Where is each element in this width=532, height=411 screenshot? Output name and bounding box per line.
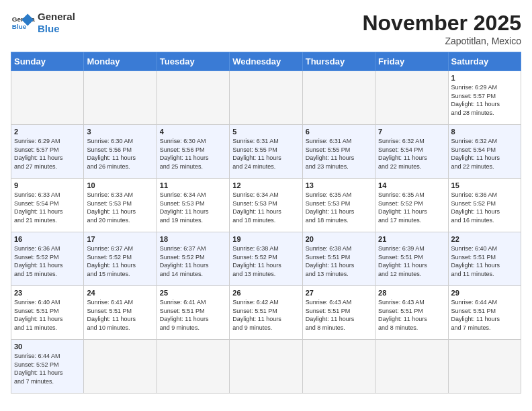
day-info: Sunrise: 6:35 AM Sunset: 5:52 PM Dayligh… (378, 191, 445, 224)
day-number: 3 (87, 128, 153, 136)
day-cell: 7Sunrise: 6:32 AM Sunset: 5:54 PM Daylig… (375, 125, 448, 179)
calendar-body: 1Sunrise: 6:29 AM Sunset: 5:57 PM Daylig… (11, 71, 521, 394)
day-number: 5 (232, 128, 299, 136)
day-number: 13 (306, 181, 372, 189)
day-cell: 28Sunrise: 6:43 AM Sunset: 5:51 PM Dayli… (375, 286, 448, 340)
day-info: Sunrise: 6:31 AM Sunset: 5:55 PM Dayligh… (232, 137, 299, 171)
day-cell (84, 71, 157, 125)
day-info: Sunrise: 6:42 AM Sunset: 5:51 PM Dayligh… (232, 298, 299, 332)
calendar-table: SundayMondayTuesdayWednesdayThursdayFrid… (11, 52, 521, 394)
day-info: Sunrise: 6:44 AM Sunset: 5:51 PM Dayligh… (451, 298, 518, 332)
logo-blue-text: Blue (38, 23, 75, 35)
day-number: 20 (306, 235, 372, 243)
page-header: General Blue General Blue November 2025 … (11, 11, 521, 46)
day-info: Sunrise: 6:33 AM Sunset: 5:54 PM Dayligh… (14, 191, 81, 224)
day-info: Sunrise: 6:37 AM Sunset: 5:52 PM Dayligh… (160, 244, 226, 278)
calendar-header: SundayMondayTuesdayWednesdayThursdayFrid… (11, 52, 521, 71)
day-info: Sunrise: 6:34 AM Sunset: 5:53 PM Dayligh… (160, 191, 226, 224)
day-number: 10 (87, 181, 153, 189)
day-cell: 19Sunrise: 6:38 AM Sunset: 5:52 PM Dayli… (230, 232, 302, 286)
day-cell (11, 71, 84, 125)
week-row-2: 2Sunrise: 6:29 AM Sunset: 5:57 PM Daylig… (11, 125, 521, 179)
day-cell: 17Sunrise: 6:37 AM Sunset: 5:52 PM Dayli… (84, 232, 157, 286)
logo-general: General (38, 11, 75, 22)
day-cell (448, 340, 521, 394)
day-number: 14 (378, 181, 445, 189)
title-area: November 2025 Zapotitlan, Mexico (362, 11, 521, 46)
day-number: 1 (451, 74, 518, 82)
day-info: Sunrise: 6:30 AM Sunset: 5:56 PM Dayligh… (160, 137, 226, 171)
day-cell: 26Sunrise: 6:42 AM Sunset: 5:51 PM Dayli… (230, 286, 302, 340)
day-info: Sunrise: 6:36 AM Sunset: 5:52 PM Dayligh… (14, 244, 81, 278)
day-cell (230, 71, 302, 125)
day-number: 8 (451, 128, 518, 136)
day-number: 4 (160, 128, 226, 136)
day-info: Sunrise: 6:30 AM Sunset: 5:56 PM Dayligh… (87, 137, 153, 171)
day-info: Sunrise: 6:44 AM Sunset: 5:52 PM Dayligh… (14, 352, 81, 385)
day-cell: 6Sunrise: 6:31 AM Sunset: 5:55 PM Daylig… (302, 125, 375, 179)
logo-blue-word: Blue (38, 23, 60, 34)
header-cell-tuesday: Tuesday (157, 52, 229, 71)
day-info: Sunrise: 6:41 AM Sunset: 5:51 PM Dayligh… (87, 298, 153, 332)
day-info: Sunrise: 6:43 AM Sunset: 5:51 PM Dayligh… (306, 298, 372, 332)
day-cell: 24Sunrise: 6:41 AM Sunset: 5:51 PM Dayli… (84, 286, 157, 340)
day-cell: 9Sunrise: 6:33 AM Sunset: 5:54 PM Daylig… (11, 179, 84, 232)
day-number: 21 (378, 235, 445, 243)
day-info: Sunrise: 6:29 AM Sunset: 5:57 PM Dayligh… (14, 137, 81, 171)
header-cell-sunday: Sunday (11, 52, 84, 71)
day-info: Sunrise: 6:32 AM Sunset: 5:54 PM Dayligh… (451, 137, 518, 171)
day-cell: 11Sunrise: 6:34 AM Sunset: 5:53 PM Dayli… (157, 179, 229, 232)
day-cell: 20Sunrise: 6:38 AM Sunset: 5:51 PM Dayli… (302, 232, 375, 286)
day-number: 26 (232, 289, 299, 297)
day-cell: 29Sunrise: 6:44 AM Sunset: 5:51 PM Dayli… (448, 286, 521, 340)
day-cell: 8Sunrise: 6:32 AM Sunset: 5:54 PM Daylig… (448, 125, 521, 179)
day-info: Sunrise: 6:43 AM Sunset: 5:51 PM Dayligh… (378, 298, 445, 332)
day-cell (375, 71, 448, 125)
day-cell (375, 340, 448, 394)
day-cell: 1Sunrise: 6:29 AM Sunset: 5:57 PM Daylig… (448, 71, 521, 125)
day-cell: 16Sunrise: 6:36 AM Sunset: 5:52 PM Dayli… (11, 232, 84, 286)
day-info: Sunrise: 6:37 AM Sunset: 5:52 PM Dayligh… (87, 244, 153, 278)
day-number: 29 (451, 289, 518, 297)
logo-text: General (38, 11, 75, 23)
day-number: 16 (14, 235, 81, 243)
week-row-1: 1Sunrise: 6:29 AM Sunset: 5:57 PM Daylig… (11, 71, 521, 125)
day-info: Sunrise: 6:32 AM Sunset: 5:54 PM Dayligh… (378, 137, 445, 171)
day-cell (157, 71, 229, 125)
day-cell: 30Sunrise: 6:44 AM Sunset: 5:52 PM Dayli… (11, 340, 84, 394)
day-cell: 25Sunrise: 6:41 AM Sunset: 5:51 PM Dayli… (157, 286, 229, 340)
header-row: SundayMondayTuesdayWednesdayThursdayFrid… (11, 52, 521, 71)
week-row-4: 16Sunrise: 6:36 AM Sunset: 5:52 PM Dayli… (11, 232, 521, 286)
day-cell: 23Sunrise: 6:40 AM Sunset: 5:51 PM Dayli… (11, 286, 84, 340)
header-cell-monday: Monday (84, 52, 157, 71)
location-subtitle: Zapotitlan, Mexico (362, 36, 521, 46)
day-info: Sunrise: 6:38 AM Sunset: 5:51 PM Dayligh… (306, 244, 372, 278)
day-number: 28 (378, 289, 445, 297)
day-number: 18 (160, 235, 226, 243)
day-cell: 22Sunrise: 6:40 AM Sunset: 5:51 PM Dayli… (448, 232, 521, 286)
day-cell (230, 340, 302, 394)
day-cell: 21Sunrise: 6:39 AM Sunset: 5:51 PM Dayli… (375, 232, 448, 286)
day-number: 27 (306, 289, 372, 297)
day-number: 30 (14, 342, 81, 351)
day-info: Sunrise: 6:35 AM Sunset: 5:53 PM Dayligh… (306, 191, 372, 224)
day-number: 23 (14, 289, 81, 297)
day-number: 25 (160, 289, 226, 297)
day-number: 11 (160, 181, 226, 189)
day-cell: 2Sunrise: 6:29 AM Sunset: 5:57 PM Daylig… (11, 125, 84, 179)
header-cell-thursday: Thursday (302, 52, 375, 71)
day-number: 12 (232, 181, 299, 189)
logo: General Blue General Blue (11, 11, 75, 35)
day-number: 9 (14, 181, 81, 189)
week-row-3: 9Sunrise: 6:33 AM Sunset: 5:54 PM Daylig… (11, 179, 521, 232)
day-info: Sunrise: 6:31 AM Sunset: 5:55 PM Dayligh… (306, 137, 372, 171)
day-cell (302, 340, 375, 394)
header-cell-friday: Friday (375, 52, 448, 71)
day-cell (157, 340, 229, 394)
day-number: 24 (87, 289, 153, 297)
day-cell (302, 71, 375, 125)
day-info: Sunrise: 6:40 AM Sunset: 5:51 PM Dayligh… (451, 244, 518, 278)
day-cell: 18Sunrise: 6:37 AM Sunset: 5:52 PM Dayli… (157, 232, 229, 286)
header-cell-wednesday: Wednesday (230, 52, 302, 71)
day-cell: 13Sunrise: 6:35 AM Sunset: 5:53 PM Dayli… (302, 179, 375, 232)
